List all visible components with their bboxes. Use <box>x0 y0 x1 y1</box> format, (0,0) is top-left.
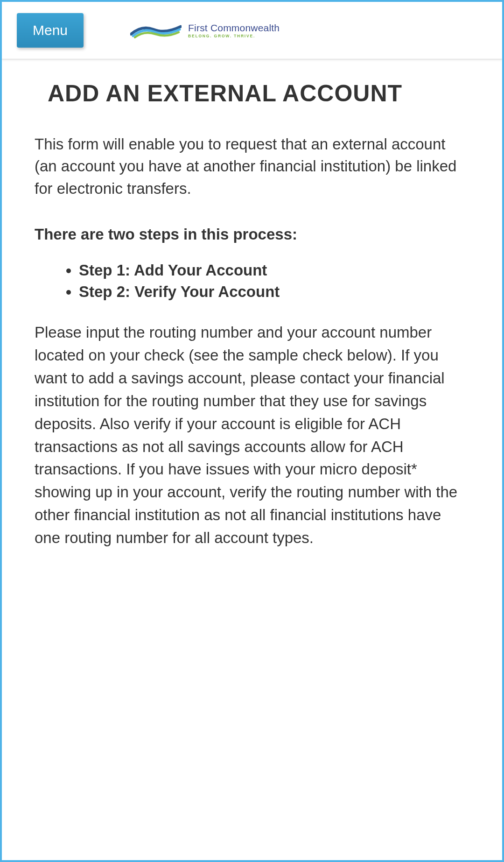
logo-text: First Commonwealth BELONG. GROW. THRIVE. <box>188 23 280 38</box>
page-header: Menu First Commonwealth BELONG. GROW. TH… <box>2 2 502 59</box>
body-text: Please input the routing number and your… <box>35 321 469 549</box>
steps-list: Step 1: Add Your Account Step 2: Verify … <box>35 260 469 303</box>
steps-heading: There are two steps in this process: <box>35 226 469 243</box>
intro-text: This form will enable you to request tha… <box>35 133 469 200</box>
logo-tagline: BELONG. GROW. THRIVE. <box>188 34 280 38</box>
main-content: ADD AN EXTERNAL ACCOUNT This form will e… <box>2 59 502 568</box>
logo-name: First Commonwealth <box>188 23 280 33</box>
menu-button[interactable]: Menu <box>17 13 84 48</box>
logo-swoosh-icon <box>130 21 182 40</box>
logo[interactable]: First Commonwealth BELONG. GROW. THRIVE. <box>130 21 280 40</box>
page-title: ADD AN EXTERNAL ACCOUNT <box>48 78 469 110</box>
list-item: Step 1: Add Your Account <box>79 260 469 281</box>
list-item: Step 2: Verify Your Account <box>79 281 469 303</box>
